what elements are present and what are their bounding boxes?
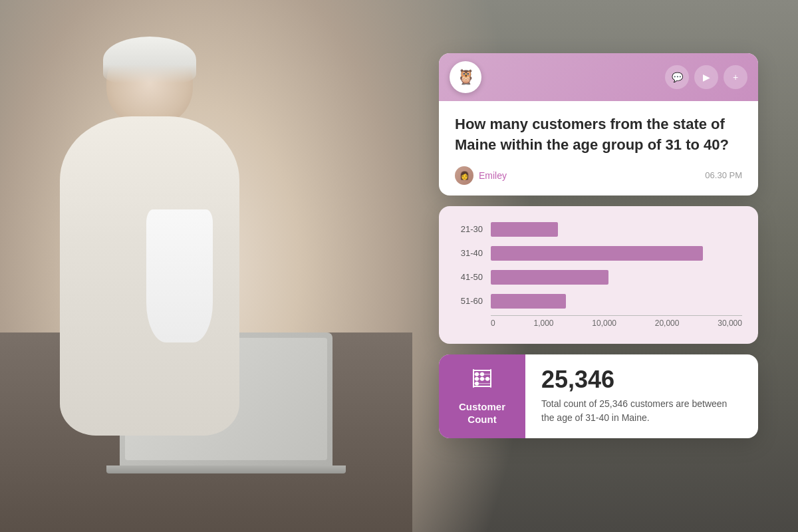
card-header: 🦉 💬 ▶ +: [439, 53, 758, 101]
axis-label-10000: 10,000: [592, 319, 616, 328]
bar-row-41-50: 41-50: [455, 270, 742, 285]
svg-point-9: [480, 376, 484, 380]
person-hair: [103, 37, 196, 83]
chat-icon: 💬: [672, 72, 683, 82]
add-icon: +: [733, 72, 738, 82]
count-label: Customer Count: [459, 400, 505, 426]
svg-point-12: [475, 381, 479, 385]
user-info: 👩 Emiley: [455, 166, 507, 185]
bar-label-31-40: 31-40: [455, 248, 483, 258]
count-card-right: 25,346 Total count of 25,346 customers a…: [525, 354, 758, 438]
bar-label-51-60: 51-60: [455, 296, 483, 306]
svg-point-8: [475, 376, 479, 380]
bar-track-21-30: [491, 222, 742, 237]
header-left: 🦉: [450, 61, 481, 93]
bar-row-51-60: 51-60: [455, 294, 742, 309]
bar-fill-31-40: [491, 246, 703, 261]
person-shirt: [146, 209, 213, 342]
count-card: Customer Count 25,346 Total count of 25,…: [439, 354, 758, 438]
bar-row-31-40: 31-40: [455, 246, 742, 261]
add-action-button[interactable]: +: [724, 65, 747, 89]
bar-fill-51-60: [491, 294, 566, 309]
bar-fill-21-30: [491, 222, 558, 237]
chart-card: 21-30 31-40 41-50 51-60: [439, 206, 758, 344]
count-description: Total count of 25,346 customers are betw…: [541, 397, 742, 425]
laptop-base: [106, 466, 346, 473]
play-icon: ▶: [703, 72, 710, 82]
header-actions: 💬 ▶ +: [665, 65, 747, 89]
svg-point-10: [485, 376, 489, 380]
bar-track-51-60: [491, 294, 742, 309]
timestamp: 06.30 PM: [705, 170, 742, 180]
user-row: 👩 Emiley 06.30 PM: [455, 166, 742, 185]
owl-emoji-icon: 🦉: [457, 68, 475, 86]
card-body: How many customers from the state of Mai…: [439, 101, 758, 196]
bar-label-41-50: 41-50: [455, 272, 483, 282]
ui-panel: 🦉 💬 ▶ + How many customers from the stat…: [439, 53, 758, 438]
bar-chart: 21-30 31-40 41-50 51-60: [455, 222, 742, 309]
bar-row-21-30: 21-30: [455, 222, 742, 237]
bar-label-21-30: 21-30: [455, 224, 483, 234]
bar-fill-41-50: [491, 270, 608, 285]
play-action-button[interactable]: ▶: [694, 65, 718, 89]
chat-action-button[interactable]: 💬: [665, 65, 689, 89]
axis-label-0: 0: [491, 319, 495, 328]
question-card: 🦉 💬 ▶ + How many customers from the stat…: [439, 53, 758, 196]
avatar: 👩: [455, 166, 473, 185]
bar-track-31-40: [491, 246, 742, 261]
chart-axis-line: [491, 315, 742, 316]
abacus-svg: [470, 366, 494, 390]
person-body: [60, 116, 239, 436]
chart-axis-labels: 0 1,000 10,000 20,000 30,000: [455, 319, 742, 328]
abacus-icon: [470, 366, 494, 395]
axis-label-20000: 20,000: [655, 319, 680, 328]
count-number: 25,346: [541, 368, 742, 392]
count-card-left: Customer Count: [439, 354, 525, 438]
person-figure: [27, 40, 293, 439]
user-name: Emiley: [479, 170, 507, 181]
axis-label-30000: 30,000: [718, 319, 742, 328]
axis-label-1000: 1,000: [533, 319, 553, 328]
bar-track-41-50: [491, 270, 742, 285]
svg-point-5: [475, 372, 479, 376]
svg-point-6: [480, 372, 484, 376]
question-text: How many customers from the state of Mai…: [455, 114, 742, 156]
owl-avatar: 🦉: [450, 61, 481, 93]
svg-rect-3: [473, 386, 491, 387]
svg-rect-2: [473, 370, 491, 371]
